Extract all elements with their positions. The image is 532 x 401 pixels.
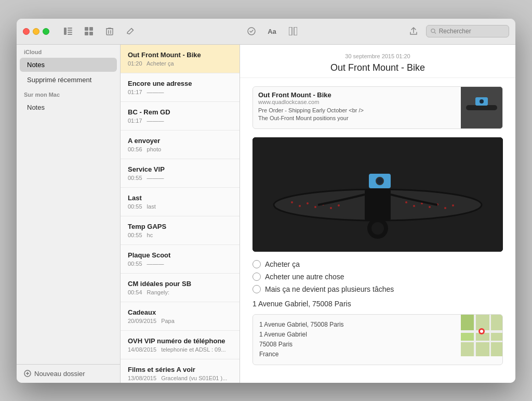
check-circle-2[interactable] <box>252 285 261 293</box>
link-card-desc: Pre Order - Shipping Early October <br /… <box>258 107 456 123</box>
new-folder-button[interactable]: Nouveau dossier <box>24 370 85 378</box>
note-meta-10: 14/08/2015 telephonie et ADSL : 09... <box>128 346 232 353</box>
checklist-item-0: Acheter ça <box>252 260 503 268</box>
checklist-label-0: Acheter ça <box>265 260 300 268</box>
sidebar-item-deleted[interactable]: Supprimé récemment <box>20 73 117 87</box>
svg-rect-52 <box>461 315 474 330</box>
note-item-10[interactable]: OVH VIP numéro de téléphone 14/08/2015 t… <box>121 331 240 359</box>
svg-rect-50 <box>474 315 476 356</box>
note-item-6[interactable]: Temp GAPS 00:55 hc <box>121 216 240 245</box>
svg-point-41 <box>452 204 454 206</box>
sidebar-item-mac-notes[interactable]: Notes <box>20 100 117 114</box>
note-item-9[interactable]: Cadeaux 20/09/2015 Papa <box>121 302 240 331</box>
svg-rect-9 <box>107 29 113 35</box>
svg-rect-0 <box>64 28 66 35</box>
note-item-8[interactable]: CM idéales pour SB 00:54 Rangely: <box>121 274 240 302</box>
note-title-3: A envoyer <box>128 137 232 145</box>
columns-button[interactable] <box>285 24 301 38</box>
close-button[interactable] <box>23 28 30 35</box>
svg-point-31 <box>314 206 316 208</box>
svg-point-38 <box>429 206 431 208</box>
note-meta-4: 00:55 ——— <box>128 175 232 181</box>
note-item-0[interactable]: Out Front Mount - Bike 01:20 Acheter ça <box>121 45 240 73</box>
svg-point-44 <box>376 177 383 185</box>
map-image <box>461 315 502 356</box>
note-meta-11: 13/08/2015 Graceland (vu S01E01 )... <box>128 375 232 381</box>
svg-point-28 <box>291 201 293 203</box>
main-area: iCloud Notes Supprimé récemment Sur mon … <box>17 45 515 383</box>
svg-point-46 <box>371 222 384 235</box>
svg-point-40 <box>444 207 446 209</box>
note-title-8: CM idéales pour SB <box>128 280 232 288</box>
note-meta-9: 20/09/2015 Papa <box>128 318 232 324</box>
sidebar-item-notes[interactable]: Notes <box>20 58 117 72</box>
svg-rect-16 <box>294 27 297 35</box>
icloud-section-label: iCloud <box>17 45 120 57</box>
note-item-5[interactable]: Last 00:55 last <box>121 188 240 216</box>
note-title-0: Out Front Mount - Bike <box>128 51 232 59</box>
note-item-11[interactable]: Films et séries A voir 13/08/2015 Gracel… <box>121 359 240 383</box>
note-title-6: Temp GAPS <box>128 223 232 230</box>
check-circle-0[interactable] <box>252 260 261 268</box>
svg-point-35 <box>405 201 407 203</box>
link-card[interactable]: Out Front Mount - Bike www.quadlockcase.… <box>252 86 503 129</box>
note-title-2: BC - Rem GD <box>128 108 232 116</box>
svg-rect-15 <box>289 27 292 35</box>
detail-title: Out Front Mount - Bike <box>252 62 503 73</box>
svg-rect-3 <box>68 32 72 33</box>
note-title-11: Films et séries A voir <box>128 366 232 373</box>
note-title-9: Cadeaux <box>128 308 232 316</box>
fullscreen-button[interactable] <box>43 28 49 35</box>
svg-rect-23 <box>466 105 497 110</box>
traffic-lights <box>23 28 49 35</box>
link-card-title: Out Front Mount - Bike <box>258 91 456 99</box>
grid-view-button[interactable] <box>81 24 97 38</box>
delete-button[interactable] <box>101 24 118 38</box>
note-item-3[interactable]: A envoyer 00:56 photo <box>121 131 240 159</box>
link-card-url: www.quadlockcase.com <box>258 99 456 105</box>
checklist-label-2: Mais ça ne devient pas plusieurs tâches <box>265 285 394 293</box>
plus-icon <box>24 370 31 377</box>
svg-point-25 <box>480 99 484 104</box>
new-folder-label: Nouveau dossier <box>34 370 85 378</box>
svg-rect-8 <box>89 32 93 35</box>
svg-point-36 <box>413 205 415 207</box>
note-item-2[interactable]: BC - Rem GD 01:17 ——— <box>121 102 240 131</box>
note-meta-1: 01:17 ——— <box>128 89 232 95</box>
note-meta-8: 00:54 Rangely: <box>128 289 232 295</box>
check-circle-1[interactable] <box>252 273 261 281</box>
note-item-7[interactable]: Plaque Scoot 00:55 ——— <box>121 245 240 274</box>
note-meta-5: 00:55 last <box>128 203 232 210</box>
note-title-10: OVH VIP numéro de téléphone <box>128 337 232 345</box>
minimize-button[interactable] <box>33 28 39 35</box>
sidebar: iCloud Notes Supprimé récemment Sur mon … <box>17 45 121 383</box>
search-input[interactable] <box>439 28 504 35</box>
svg-rect-1 <box>68 28 72 29</box>
font-button[interactable]: Aa <box>264 24 281 38</box>
note-meta-6: 00:55 hc <box>128 232 232 238</box>
app-window: Aa iCloud Notes Supprimé récemment Sur m… <box>17 19 515 383</box>
note-title-1: Encore une adresse <box>128 80 232 87</box>
share-button[interactable] <box>405 24 422 38</box>
titlebar: Aa <box>17 19 515 45</box>
note-item-1[interactable]: Encore une adresse 01:17 ——— <box>121 73 240 102</box>
detail-pane: 30 septembre 2015 01:20 Out Front Mount … <box>240 45 515 383</box>
detail-date: 30 septembre 2015 01:20 <box>252 53 503 59</box>
note-meta-7: 00:55 ——— <box>128 261 232 267</box>
toggle-sidebar-button[interactable] <box>60 24 76 38</box>
detail-content: Out Front Mount - Bike www.quadlockcase.… <box>240 78 515 383</box>
svg-point-34 <box>338 204 340 206</box>
compose-button[interactable] <box>122 24 139 38</box>
svg-rect-7 <box>85 32 88 35</box>
checklist-button[interactable] <box>243 24 260 38</box>
svg-point-55 <box>480 330 483 333</box>
svg-rect-53 <box>461 333 474 341</box>
link-card-text: Out Front Mount - Bike www.quadlockcase.… <box>253 87 461 128</box>
note-item-4[interactable]: Service VIP 00:55 ——— <box>121 159 240 188</box>
search-box[interactable] <box>426 25 509 37</box>
checklist: Acheter ça Acheter une autre chose Mais … <box>252 260 503 293</box>
svg-point-29 <box>299 205 301 207</box>
link-card-image <box>461 87 502 128</box>
map-card[interactable]: 1 Avenue Gabriel, 75008 Paris 1 Avenue G… <box>252 314 503 366</box>
svg-rect-42 <box>365 189 391 221</box>
